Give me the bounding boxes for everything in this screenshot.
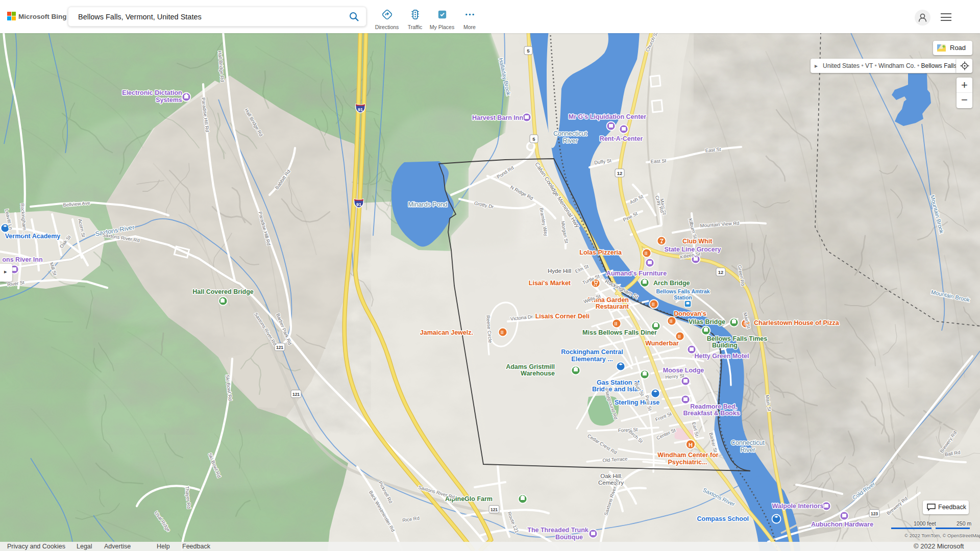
svg-text:12: 12 — [718, 269, 724, 275]
svg-text:91: 91 — [358, 107, 363, 112]
svg-text:Lolas Pizzeria: Lolas Pizzeria — [579, 249, 622, 256]
svg-text:5: 5 — [527, 48, 530, 54]
svg-text:Arch Bridge: Arch Bridge — [653, 280, 690, 287]
svg-text:River: River — [562, 137, 577, 144]
svg-text:East St: East St — [650, 158, 667, 164]
svg-text:Sterling House: Sterling House — [615, 399, 659, 406]
svg-text:River: River — [740, 446, 755, 454]
svg-text:5: 5 — [532, 136, 535, 142]
svg-text:Wunderbar: Wunderbar — [645, 340, 679, 347]
svg-text:Hall Covered Bridge: Hall Covered Bridge — [192, 288, 254, 295]
svg-text:Readmore Bed,: Readmore Bed, — [690, 403, 737, 410]
svg-text:Elementary ...: Elementary ... — [571, 356, 612, 363]
svg-text:121: 121 — [292, 392, 300, 397]
svg-text:Jamaican Jewelz.: Jamaican Jewelz. — [420, 329, 473, 336]
svg-text:Electronic Dictation: Electronic Dictation — [122, 89, 182, 96]
svg-text:Compass School: Compass School — [697, 515, 749, 522]
svg-text:Lisai's Market: Lisai's Market — [529, 280, 571, 287]
svg-text:123: 123 — [871, 511, 878, 516]
svg-text:H: H — [689, 442, 693, 448]
svg-text:Connecticut: Connecticut — [731, 439, 765, 446]
svg-text:Psychiatric...: Psychiatric... — [668, 459, 707, 466]
svg-text:91: 91 — [356, 202, 361, 207]
svg-text:Minards Pond: Minards Pond — [408, 201, 447, 208]
svg-text:Cemetery: Cemetery — [598, 480, 624, 486]
svg-text:Aumand's Furniture: Aumand's Furniture — [606, 270, 667, 277]
svg-text:Gas Station at: Gas Station at — [597, 379, 640, 386]
svg-text:Connecticut: Connecticut — [553, 130, 587, 137]
svg-text:Rent-A-Center: Rent-A-Center — [600, 135, 643, 142]
svg-text:Vermont Academy: Vermont Academy — [5, 233, 61, 240]
svg-text:Lisais Corner Deli: Lisais Corner Deli — [535, 313, 590, 320]
svg-text:121: 121 — [276, 345, 283, 350]
svg-text:Club Whit: Club Whit — [682, 238, 713, 245]
svg-text:Windham Center for: Windham Center for — [657, 452, 718, 459]
svg-text:Aubuchon Hardware: Aubuchon Hardware — [811, 521, 873, 528]
svg-text:Boutique: Boutique — [555, 534, 583, 541]
svg-text:The Threaded Trunk: The Threaded Trunk — [527, 527, 589, 534]
svg-text:Hyde Hill: Hyde Hill — [548, 268, 571, 274]
svg-text:Warehouse: Warehouse — [521, 370, 555, 377]
svg-text:Miss Bellows Falls Diner: Miss Bellows Falls Diner — [582, 329, 657, 336]
svg-text:Breakfast & Books: Breakfast & Books — [683, 410, 740, 417]
svg-text:Building: Building — [712, 342, 738, 349]
svg-text:Walpole Interiors: Walpole Interiors — [772, 503, 824, 510]
svg-text:Oak Hill.: Oak Hill. — [600, 473, 622, 479]
svg-text:Vilas Bridge: Vilas Bridge — [689, 318, 725, 325]
svg-text:ons River Inn: ons River Inn — [2, 256, 42, 263]
svg-text:Restaurant: Restaurant — [596, 303, 629, 310]
svg-text:Bellows Falls Times: Bellows Falls Times — [707, 335, 768, 342]
svg-text:Harvest Barn Inn: Harvest Barn Inn — [472, 114, 523, 121]
svg-text:Charlestown House of Pizza: Charlestown House of Pizza — [754, 319, 840, 327]
svg-text:Systems: Systems — [156, 96, 182, 104]
svg-text:Hetty Green Motel: Hetty Green Motel — [695, 353, 749, 360]
svg-text:Donovan's: Donovan's — [674, 310, 706, 317]
svg-text:Adams Gristmill: Adams Gristmill — [506, 363, 555, 370]
svg-text:Station: Station — [674, 294, 692, 300]
svg-text:Bellows Falls Amtrak: Bellows Falls Amtrak — [656, 288, 709, 294]
svg-text:121: 121 — [491, 507, 498, 512]
svg-text:Mr G's Liquidation Center: Mr G's Liquidation Center — [569, 113, 646, 120]
svg-text:Rockingham Central: Rockingham Central — [561, 348, 623, 356]
svg-text:12: 12 — [617, 170, 623, 176]
